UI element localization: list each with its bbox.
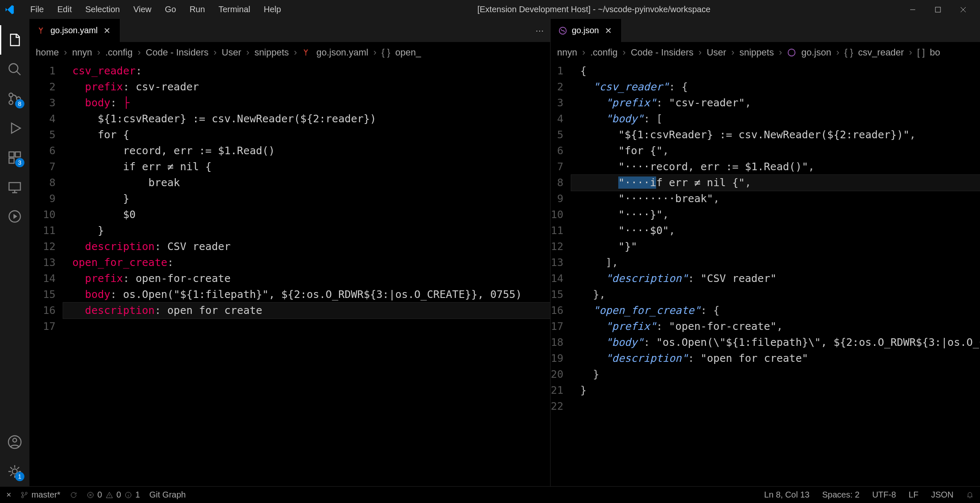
breadcrumb[interactable]: Code - Insiders (146, 47, 209, 58)
yaml-file-icon (302, 48, 311, 57)
git-graph-button[interactable]: Git Graph (149, 490, 186, 500)
error-icon (87, 491, 94, 499)
activity-test[interactable] (0, 202, 29, 231)
gutter-left: 1234567891011121314151617 (29, 63, 63, 486)
breadcrumb[interactable]: nnyn (557, 47, 577, 58)
breadcrumb[interactable]: open_ (395, 47, 421, 58)
activity-account[interactable] (0, 427, 29, 457)
main-area: 8 3 1 go.json.yaml (0, 19, 980, 486)
svg-rect-6 (16, 152, 21, 157)
branch-icon (21, 491, 28, 499)
svg-point-16 (21, 492, 24, 494)
breadcrumbs-right[interactable]: nnyn› .config› Code - Insiders› User› sn… (551, 42, 980, 63)
indentation[interactable]: Spaces: 2 (822, 490, 860, 500)
tabbar-right: go.json ✕ ⋯ (551, 19, 980, 42)
git-branch[interactable]: master* (21, 490, 61, 500)
breadcrumb[interactable]: Code - Insiders (631, 47, 694, 58)
activity-debug[interactable] (0, 113, 29, 143)
activity-extensions[interactable]: 3 (0, 143, 29, 172)
editor-group: go.json.yaml ✕ ⋯ home› nnyn› .config› Co… (29, 19, 980, 486)
code-area-right[interactable]: 12345678910111213141516171819202122 { "c… (551, 63, 980, 486)
svg-point-18 (25, 492, 27, 494)
branch-name: master* (32, 490, 61, 500)
eol[interactable]: LF (908, 490, 918, 500)
activity-scm[interactable]: 8 (0, 84, 29, 113)
svg-point-3 (9, 101, 13, 105)
activity-search[interactable] (0, 55, 29, 84)
window-controls (900, 0, 976, 19)
svg-rect-7 (9, 158, 14, 163)
breadcrumbs-left[interactable]: home› nnyn› .config› Code - Insiders› Us… (29, 42, 550, 63)
remote-close-button[interactable]: × (6, 490, 11, 500)
window-title: [Extension Development Host] - ~/vscode-… (288, 5, 900, 14)
json-file-icon (787, 48, 796, 57)
close-window-button[interactable] (951, 0, 976, 19)
editor-left: go.json.yaml ✕ ⋯ home› nnyn› .config› Co… (29, 19, 551, 486)
code-lines-right[interactable]: { "csv_reader": { "prefix": "csv-reader"… (571, 63, 980, 486)
activity-bar: 8 3 1 (0, 19, 29, 486)
menu-help[interactable]: Help (257, 1, 288, 18)
breadcrumb[interactable]: snippets (739, 47, 774, 58)
tab-go-json-yaml[interactable]: go.json.yaml ✕ (29, 19, 120, 42)
ext-badge: 3 (15, 158, 24, 167)
warning-icon (106, 491, 113, 499)
menu-go[interactable]: Go (158, 1, 183, 18)
language-mode[interactable]: JSON (931, 490, 954, 500)
code-area-left[interactable]: 1234567891011121314151617 csv_reader: pr… (29, 63, 550, 486)
breadcrumb[interactable]: go.json (801, 47, 831, 58)
tabbar-left: go.json.yaml ✕ ⋯ (29, 19, 550, 42)
menu-run[interactable]: Run (183, 1, 212, 18)
breadcrumb[interactable]: csv_reader (858, 47, 904, 58)
sync-button[interactable] (70, 491, 77, 499)
menu-edit[interactable]: Edit (50, 1, 78, 18)
json-file-icon (558, 26, 567, 35)
settings-badge: 1 (15, 472, 24, 481)
close-icon[interactable]: ✕ (603, 24, 614, 37)
svg-point-2 (9, 93, 13, 97)
svg-point-11 (13, 438, 17, 442)
scrollbar-left[interactable] (543, 63, 550, 486)
menu-selection[interactable]: Selection (79, 1, 127, 18)
activity-remote[interactable] (0, 172, 29, 202)
breadcrumb[interactable]: snippets (254, 47, 289, 58)
encoding[interactable]: UTF-8 (872, 490, 896, 500)
svg-rect-5 (9, 152, 14, 157)
code-lines-left[interactable]: csv_reader: prefix: csv-reader body: ├ $… (63, 63, 550, 486)
breadcrumb[interactable]: go.json.yaml (316, 47, 368, 58)
menu-view[interactable]: View (127, 1, 158, 18)
titlebar: File Edit Selection View Go Run Terminal… (0, 0, 980, 19)
breadcrumb[interactable]: nnyn (72, 47, 92, 58)
problems[interactable]: 0 0 1 (87, 490, 140, 500)
svg-rect-0 (935, 7, 940, 12)
notifications-icon[interactable] (966, 490, 974, 500)
svg-rect-8 (9, 183, 21, 190)
breadcrumb[interactable]: User (222, 47, 241, 58)
activity-explorer[interactable] (0, 25, 29, 55)
svg-point-17 (21, 496, 24, 498)
breadcrumb[interactable]: .config (591, 47, 618, 58)
minimize-button[interactable] (900, 0, 925, 19)
info-icon (124, 491, 132, 499)
close-icon[interactable]: ✕ (102, 24, 112, 37)
menu-file[interactable]: File (24, 1, 50, 18)
breadcrumb[interactable]: .config (105, 47, 132, 58)
app-icon (4, 4, 15, 15)
maximize-button[interactable] (925, 0, 951, 19)
more-icon[interactable]: ⋯ (535, 26, 544, 36)
menu-terminal[interactable]: Terminal (212, 1, 257, 18)
main-menu: File Edit Selection View Go Run Terminal… (24, 1, 288, 18)
tab-go-json[interactable]: go.json ✕ (551, 19, 622, 42)
gutter-right: 12345678910111213141516171819202122 (551, 63, 571, 486)
scm-badge: 8 (15, 99, 24, 108)
breadcrumb[interactable]: home (36, 47, 59, 58)
svg-point-1 (9, 64, 18, 73)
breadcrumb[interactable]: bo (930, 47, 940, 58)
breadcrumb[interactable]: User (707, 47, 726, 58)
svg-point-15 (788, 49, 795, 56)
tab-label: go.json (572, 26, 599, 35)
activity-settings[interactable]: 1 (0, 457, 29, 486)
editor-right: go.json ✕ ⋯ nnyn› .config› Code - Inside… (551, 19, 980, 486)
cursor-position[interactable]: Ln 8, Col 13 (764, 490, 810, 500)
yaml-file-icon (37, 26, 46, 35)
sync-icon (70, 491, 77, 499)
